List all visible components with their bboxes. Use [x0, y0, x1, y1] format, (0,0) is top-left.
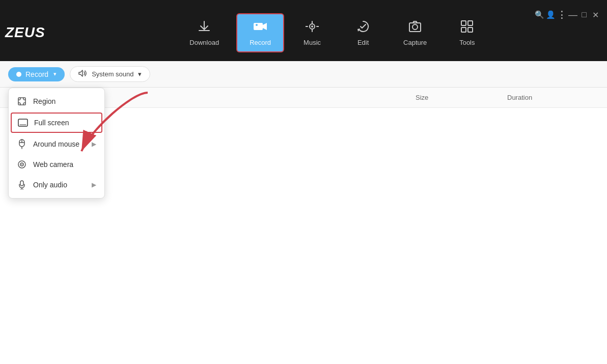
nav-label-capture: Capture: [403, 39, 427, 46]
svg-point-1: [256, 24, 258, 26]
only-audio-chevron-icon: ▶: [92, 181, 96, 188]
record-icon: [253, 19, 268, 36]
nav-item-music[interactable]: Music: [289, 13, 335, 52]
dropdown-menu: Region Full screen Around: [8, 88, 105, 199]
nav-item-download[interactable]: Download: [177, 13, 231, 52]
dropdown-item-region[interactable]: Region: [9, 91, 104, 111]
record-label: Record: [25, 70, 48, 78]
titlebar: [0, 0, 607, 4]
svg-rect-0: [254, 23, 263, 30]
web-camera-label: Web camera: [33, 160, 73, 169]
svg-point-15: [21, 164, 22, 165]
record-chevron-icon: ▾: [53, 71, 57, 77]
svg-point-3: [311, 25, 313, 27]
record-dot: [16, 72, 21, 77]
svg-rect-8: [461, 27, 466, 32]
fullscreen-icon: [18, 118, 28, 128]
edit-icon: [356, 19, 370, 36]
toolbar: Record ▾ System sound ▾: [0, 61, 607, 88]
person-icon[interactable]: 👤: [547, 11, 554, 18]
nav-label-edit: Edit: [357, 39, 369, 46]
svg-rect-7: [468, 21, 473, 25]
search-icon[interactable]: 🔍: [536, 11, 543, 18]
nav-items: Download Record Music: [66, 13, 602, 52]
record-dropdown-button[interactable]: Record ▾: [8, 67, 65, 81]
only-audio-label: Only audio: [33, 181, 67, 189]
dropdown-item-web-camera[interactable]: Web camera: [9, 154, 104, 175]
download-icon: [197, 19, 211, 36]
svg-point-5: [412, 24, 418, 30]
system-sound-label: System sound: [92, 70, 133, 78]
maximize-button[interactable]: □: [581, 11, 588, 18]
dropdown-item-around-mouse[interactable]: Around mouse ▶: [9, 134, 104, 154]
region-icon: [17, 96, 27, 106]
dropdown-item-fullscreen[interactable]: Full screen: [11, 113, 102, 133]
capture-icon: [408, 19, 422, 36]
svg-rect-9: [468, 27, 473, 32]
nav-item-record[interactable]: Record: [236, 13, 284, 52]
minimize-button[interactable]: —: [569, 11, 576, 18]
around-mouse-icon: [17, 139, 27, 149]
svg-rect-10: [18, 98, 25, 105]
main-content: Record ▾ System sound ▾ Size Duration: [0, 61, 607, 364]
sound-chevron-icon: ▾: [138, 70, 142, 78]
only-audio-icon: [17, 180, 27, 190]
fullscreen-label: Full screen: [34, 119, 69, 127]
nav-label-download: Download: [189, 39, 219, 46]
around-mouse-chevron-icon: ▶: [92, 141, 96, 148]
col-size: Size: [416, 94, 507, 101]
dropdown-item-only-audio[interactable]: Only audio ▶: [9, 175, 104, 195]
web-camera-icon: [17, 159, 27, 170]
svg-rect-6: [461, 21, 466, 25]
nav-label-record: Record: [250, 39, 271, 46]
more-options-icon[interactable]: ⋮: [558, 11, 565, 18]
app-logo: ZEUS: [5, 24, 45, 41]
tools-icon: [460, 19, 474, 36]
region-label: Region: [33, 97, 56, 105]
svg-rect-11: [18, 119, 27, 126]
svg-rect-16: [20, 181, 23, 186]
nav-item-tools[interactable]: Tools: [444, 13, 490, 52]
sound-icon: [78, 70, 88, 78]
nav-item-edit[interactable]: Edit: [340, 13, 386, 52]
topnav: ZEUS Download Record: [0, 4, 607, 61]
music-icon: [306, 19, 319, 36]
window-controls: 🔍 👤 ⋮ — □ ✕: [536, 11, 599, 18]
around-mouse-label: Around mouse: [33, 140, 79, 148]
col-duration: Duration: [507, 94, 599, 101]
nav-item-capture[interactable]: Capture: [391, 13, 439, 52]
system-sound-button[interactable]: System sound ▾: [70, 66, 150, 82]
close-button[interactable]: ✕: [592, 11, 599, 18]
nav-label-music: Music: [304, 39, 321, 46]
nav-label-tools: Tools: [459, 39, 475, 46]
